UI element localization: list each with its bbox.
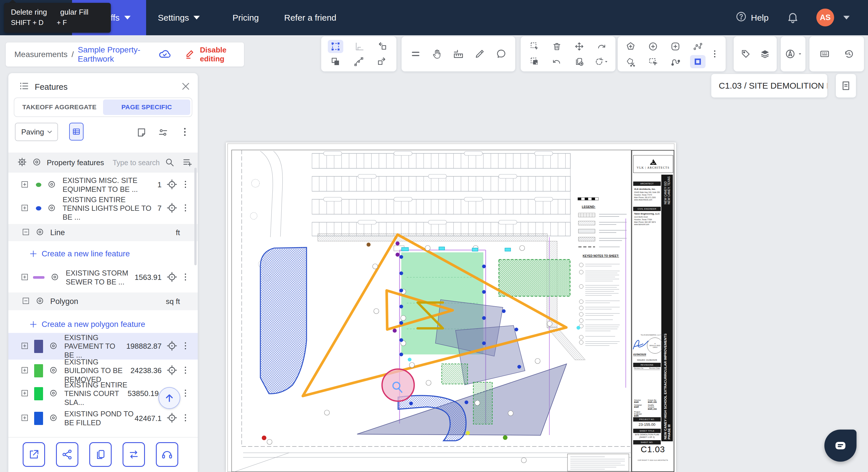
overlap-squares-button[interactable]	[328, 55, 343, 68]
transfer-button[interactable]	[123, 442, 145, 467]
create-line-feature-button[interactable]: Create a new line feature	[29, 249, 130, 258]
feature-color-swatch[interactable]	[34, 387, 43, 400]
visibility-target-icon[interactable]	[49, 341, 58, 351]
feature-color-swatch[interactable]	[36, 183, 41, 187]
collapse-minus-icon[interactable]	[22, 228, 30, 237]
row-kebab-menu-icon[interactable]	[181, 341, 190, 352]
visibility-target-icon[interactable]	[47, 180, 56, 190]
close-icon[interactable]	[181, 81, 191, 93]
locate-crosshair-icon[interactable]	[166, 340, 178, 353]
expand-plus-icon[interactable]	[20, 273, 29, 282]
rect-select-button[interactable]	[645, 55, 661, 68]
node-edit-button[interactable]	[668, 55, 683, 68]
visibility-target-icon[interactable]	[35, 227, 44, 238]
page-selector[interactable]: C1.03 / SITE DEMOLITION PL...	[711, 74, 827, 98]
rectangle-fill-tool-button[interactable]	[690, 55, 706, 68]
notifications-bell-icon[interactable]	[786, 11, 799, 25]
table-view-button[interactable]	[69, 123, 84, 140]
tag-button[interactable]	[738, 47, 753, 61]
move-button[interactable]	[571, 40, 587, 53]
row-kebab-menu-icon[interactable]	[181, 413, 190, 424]
angle-tool-button[interactable]	[351, 40, 367, 53]
breadcrumb-root[interactable]: Measurements	[14, 50, 67, 59]
search-icon[interactable]	[164, 157, 175, 168]
scale-ruler-button[interactable]	[451, 47, 466, 61]
duplicate-button[interactable]	[89, 442, 112, 467]
expand-plus-icon[interactable]	[20, 341, 29, 351]
expand-plus-icon[interactable]	[20, 413, 29, 423]
rotate-menu-button[interactable]	[594, 55, 609, 68]
plan-canvas[interactable]: LEGEND: KEYED NOTES TO SHEET: VLK | ARCH…	[226, 142, 676, 472]
locate-crosshair-icon[interactable]	[166, 412, 178, 425]
expand-plus-icon[interactable]	[20, 366, 29, 376]
visibility-target-icon[interactable]	[49, 413, 58, 424]
feature-row[interactable]: EXISTING ENTIRE TENNIS LIGHTS POLE TO BE…	[8, 196, 198, 220]
marquee-extract-button[interactable]	[527, 55, 542, 68]
polyline-tool-button[interactable]	[690, 40, 706, 53]
locate-crosshair-icon[interactable]	[166, 365, 178, 377]
category-dropdown[interactable]: Paving	[15, 123, 58, 141]
copy-to-page-button[interactable]	[571, 55, 587, 68]
expand-plus-icon[interactable]	[20, 389, 29, 399]
comment-button[interactable]	[493, 47, 509, 61]
disable-editing-button[interactable]: Disable editing	[200, 45, 236, 63]
visibility-target-icon[interactable]	[49, 389, 58, 399]
account-chevron-icon[interactable]	[843, 16, 849, 20]
keyboard-shortcuts-button[interactable]	[817, 47, 832, 61]
avatar[interactable]: AS	[816, 9, 834, 26]
feature-color-swatch[interactable]	[34, 340, 43, 353]
notes-icon[interactable]	[136, 127, 147, 139]
delete-trash-button[interactable]	[549, 40, 565, 53]
feature-color-swatch[interactable]	[34, 412, 43, 425]
add-rectangle-button[interactable]	[668, 40, 683, 53]
expand-plus-icon[interactable]	[20, 180, 29, 190]
feature-color-swatch[interactable]	[33, 276, 44, 279]
locate-crosshair-icon[interactable]	[166, 179, 178, 191]
north-compass-button[interactable]	[784, 47, 797, 61]
feature-row[interactable]: EXISTING MISC. SITE EQUIPMENT TO BE ... …	[8, 173, 198, 196]
tab-takeoff-aggregate[interactable]: TAKEOFF AGGREGATE	[16, 100, 103, 115]
row-kebab-menu-icon[interactable]	[181, 272, 190, 283]
tab-page-specific[interactable]: PAGE SPECIFIC	[103, 100, 190, 115]
collapse-minus-icon[interactable]	[22, 297, 30, 306]
rotate-cw-button[interactable]	[374, 55, 390, 68]
locate-crosshair-icon[interactable]	[166, 271, 178, 284]
cut-shape-button[interactable]	[623, 55, 639, 68]
add-polygon-button[interactable]	[623, 40, 639, 53]
highlighter-button[interactable]	[472, 47, 487, 61]
feature-row-selected[interactable]: EXISTING PAVEMENT TO BE ... 198882.87	[8, 333, 198, 360]
share-button[interactable]	[56, 442, 79, 467]
expand-plus-icon[interactable]	[20, 204, 29, 213]
rotate-ccw-button[interactable]	[374, 40, 390, 53]
sheet-index-button[interactable]	[836, 74, 856, 98]
visibility-target-icon[interactable]	[35, 296, 44, 307]
row-kebab-menu-icon[interactable]	[181, 179, 190, 191]
pan-hand-button[interactable]	[429, 47, 445, 61]
undo-button[interactable]	[549, 55, 565, 68]
gear-icon[interactable]	[17, 157, 27, 168]
support-button[interactable]	[156, 442, 178, 467]
feature-row[interactable]: EXISTING STORM SEWER TO BE ... 1563.91	[8, 264, 198, 291]
feature-color-swatch[interactable]	[34, 364, 43, 377]
marquee-select-button[interactable]	[527, 40, 542, 53]
create-polygon-feature-button[interactable]: Create a new polygon feature	[29, 320, 145, 329]
feature-row[interactable]: EXISTING POND TO BE FILLED 42467.1	[8, 405, 198, 431]
visibility-target-icon[interactable]	[47, 203, 56, 214]
visibility-target-icon[interactable]	[49, 366, 58, 376]
breadcrumb-current[interactable]: Sample Property- Earthwork	[78, 45, 145, 64]
scroll-to-top-button[interactable]	[158, 387, 180, 409]
line-section-header[interactable]: Line ft	[8, 224, 198, 241]
search-input[interactable]	[113, 159, 164, 167]
locate-crosshair-icon[interactable]	[166, 202, 178, 215]
select-tool-button[interactable]	[328, 40, 343, 53]
row-kebab-menu-icon[interactable]	[181, 365, 190, 376]
row-kebab-menu-icon[interactable]	[181, 203, 190, 214]
measure-list-button[interactable]	[408, 47, 423, 61]
feature-color-swatch[interactable]	[36, 206, 41, 210]
layers-button[interactable]	[757, 47, 773, 61]
nav-settings[interactable]: Settings	[158, 0, 200, 35]
visibility-target-icon[interactable]	[32, 157, 42, 168]
history-button[interactable]	[841, 47, 857, 61]
panel-kebab-menu-icon[interactable]	[179, 127, 190, 138]
help-button[interactable]: Help	[735, 0, 769, 35]
